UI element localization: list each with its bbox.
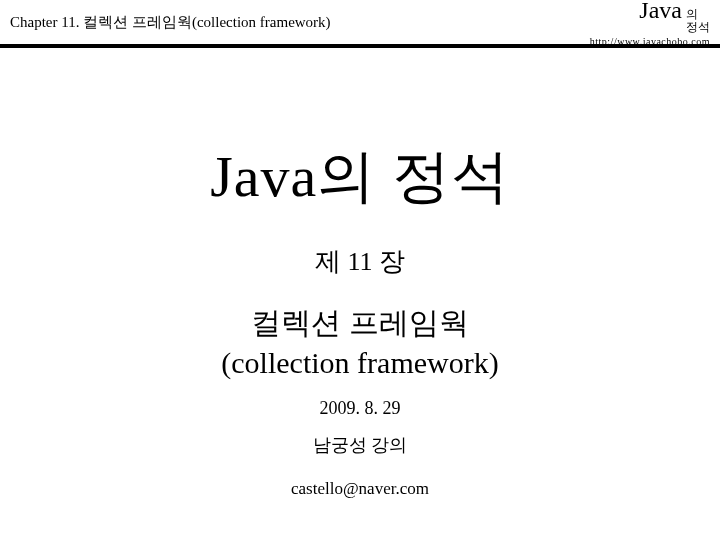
brand-java-text: Java: [639, 0, 682, 24]
contact-email: castello@naver.com: [291, 479, 429, 499]
chapter-date: 2009. 8. 29: [320, 398, 401, 419]
header-brand-row: Java 의 정석: [639, 0, 710, 34]
main-title: Java의 정석: [210, 138, 510, 216]
brand-small-1: 의: [686, 7, 698, 21]
slide-content: Java의 정석 제 11 장 컬렉션 프레임웍 (collection fra…: [0, 48, 720, 499]
brand-small-2: 정석: [686, 20, 710, 34]
header-brand-block: Java 의 정석 http://www.javachobo.com: [590, 0, 710, 47]
chapter-title-korean: 컬렉션 프레임웍: [251, 303, 469, 344]
brand-small-text: 의 정석: [686, 8, 710, 34]
header-chapter-title: Chapter 11. 컬렉션 프레임웍(collection framewor…: [10, 13, 331, 32]
header-bar: Chapter 11. 컬렉션 프레임웍(collection framewor…: [0, 0, 720, 48]
chapter-title-english: (collection framework): [221, 346, 498, 380]
header-url: http://www.javachobo.com: [590, 36, 710, 47]
lecturer-name: 남궁성 강의: [313, 433, 408, 457]
chapter-number: 제 11 장: [315, 244, 405, 279]
